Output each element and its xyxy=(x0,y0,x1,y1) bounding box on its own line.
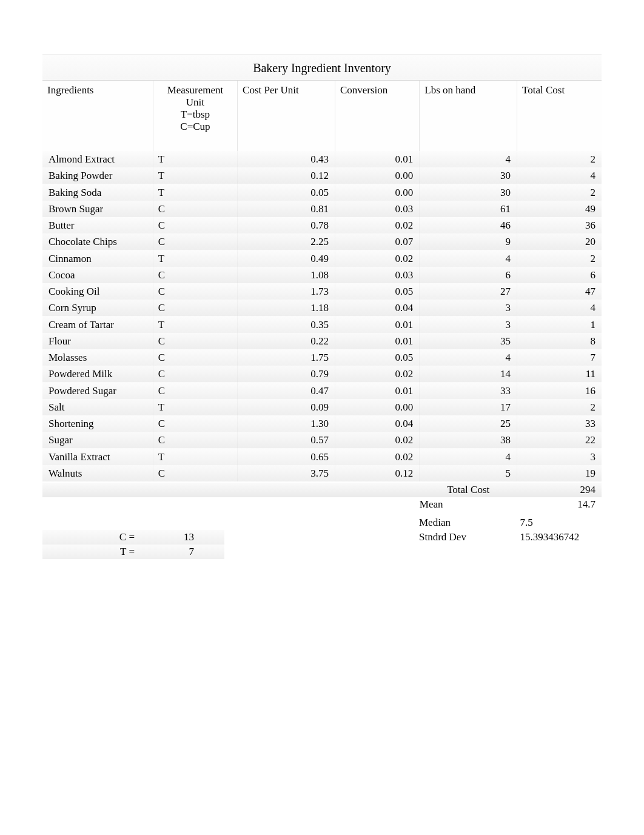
cell-total-cost: 22 xyxy=(517,432,602,448)
cell-total-cost: 4 xyxy=(517,167,602,184)
cell-ingredient: Corn Syrup xyxy=(42,300,153,316)
table-row: Chocolate ChipsC2.250.07920 xyxy=(42,233,602,250)
summary-mean-value: 14.7 xyxy=(517,497,602,512)
cell-unit: T xyxy=(153,449,237,465)
summary-stddev-label: Stndrd Dev xyxy=(413,530,514,545)
table-row: Powdered MilkC0.790.021411 xyxy=(42,366,602,382)
cell-lbs-on-hand: 27 xyxy=(420,283,517,300)
cell-total-cost: 1 xyxy=(517,317,602,333)
table-row: CinnamonT0.490.0242 xyxy=(42,250,602,267)
cell-cost-per-unit: 1.75 xyxy=(238,349,335,366)
cell-unit: C xyxy=(153,432,237,448)
cell-conversion: 0.01 xyxy=(335,383,419,399)
legend-t-value: 7 xyxy=(139,546,212,558)
summary-stddev-value: 15.393436742 xyxy=(514,530,602,545)
table-body: Almond ExtractT0.430.0142Baking PowderT0… xyxy=(42,151,602,481)
cell-cost-per-unit: 0.57 xyxy=(238,432,335,448)
cell-unit: C xyxy=(153,465,237,481)
cell-cost-per-unit: 1.18 xyxy=(238,300,335,316)
cell-total-cost: 3 xyxy=(517,449,602,465)
cell-unit: C xyxy=(153,201,237,217)
cell-ingredient: Baking Powder xyxy=(42,167,153,184)
cell-unit: C xyxy=(153,217,237,233)
summary-total-value: 294 xyxy=(517,483,602,497)
cell-cost-per-unit: 3.75 xyxy=(238,465,335,481)
cell-total-cost: 36 xyxy=(517,217,602,233)
cell-ingredient: Salt xyxy=(42,399,153,415)
cell-unit: C xyxy=(153,366,237,382)
cell-ingredient: Almond Extract xyxy=(42,151,153,167)
cell-ingredient: Powdered Sugar xyxy=(42,383,153,399)
cell-ingredient: Vanilla Extract xyxy=(42,449,153,465)
cell-total-cost: 2 xyxy=(517,151,602,167)
cell-cost-per-unit: 1.08 xyxy=(238,267,335,283)
cell-unit: C xyxy=(153,233,237,250)
table-row: Vanilla ExtractT0.650.0243 xyxy=(42,449,602,465)
header-total-cost: Total Cost xyxy=(517,81,602,151)
cell-lbs-on-hand: 17 xyxy=(420,399,517,415)
header-measurement-l1: Measurement xyxy=(158,84,232,96)
cell-ingredient: Cooking Oil xyxy=(42,283,153,300)
header-measurement-l2: Unit xyxy=(158,96,232,109)
inventory-table: Ingredients Measurement Unit T=tbsp C=Cu… xyxy=(42,81,602,481)
cell-ingredient: Baking Soda xyxy=(42,184,153,201)
cell-total-cost: 7 xyxy=(517,349,602,366)
cell-lbs-on-hand: 4 xyxy=(420,151,517,167)
table-row: Cooking OilC1.730.052747 xyxy=(42,283,602,300)
cell-total-cost: 33 xyxy=(517,415,602,432)
cell-cost-per-unit: 0.79 xyxy=(238,366,335,382)
header-measurement-l3: T=tbsp xyxy=(158,109,232,121)
cell-conversion: 0.02 xyxy=(335,449,419,465)
cell-conversion: 0.01 xyxy=(335,333,419,349)
legend-c-label: C = xyxy=(42,531,139,543)
summary-total-row: Total Cost 294 xyxy=(42,483,602,497)
cell-ingredient: Sugar xyxy=(42,432,153,448)
table-row: ButterC0.780.024636 xyxy=(42,217,602,233)
cell-unit: T xyxy=(153,167,237,184)
summary-median-value: 7.5 xyxy=(514,515,602,530)
cell-unit: C xyxy=(153,300,237,316)
cell-unit: C xyxy=(153,415,237,432)
cell-conversion: 0.02 xyxy=(335,250,419,267)
cell-conversion: 0.00 xyxy=(335,184,419,201)
cell-cost-per-unit: 0.22 xyxy=(238,333,335,349)
cell-lbs-on-hand: 38 xyxy=(420,432,517,448)
cell-lbs-on-hand: 4 xyxy=(420,349,517,366)
page-title: Bakery Ingredient Inventory xyxy=(42,55,602,81)
header-cost-per-unit: Cost Per Unit xyxy=(238,81,335,151)
cell-unit: C xyxy=(153,283,237,300)
legend-c-row: C = 13 xyxy=(42,530,224,545)
legend-t-label: T = xyxy=(42,546,139,558)
table-row: Corn SyrupC1.180.0434 xyxy=(42,300,602,316)
cell-conversion: 0.12 xyxy=(335,465,419,481)
unit-count-legend: C = 13 T = 7 xyxy=(42,515,224,559)
table-row: Powdered SugarC0.470.013316 xyxy=(42,383,602,399)
cell-unit: C xyxy=(153,267,237,283)
table-row: MolassesC1.750.0547 xyxy=(42,349,602,366)
cell-ingredient: Chocolate Chips xyxy=(42,233,153,250)
cell-lbs-on-hand: 14 xyxy=(420,366,517,382)
cell-conversion: 0.03 xyxy=(335,267,419,283)
cell-unit: T xyxy=(153,151,237,167)
table-row: Almond ExtractT0.430.0142 xyxy=(42,151,602,167)
cell-lbs-on-hand: 35 xyxy=(420,333,517,349)
cell-total-cost: 20 xyxy=(517,233,602,250)
cell-unit: T xyxy=(153,317,237,333)
bottom-row: C = 13 T = 7 Median 7.5 Stndrd Dev 15.39… xyxy=(42,515,602,559)
header-lbs-on-hand: Lbs on hand xyxy=(420,81,517,151)
cell-lbs-on-hand: 3 xyxy=(420,300,517,316)
header-conversion: Conversion xyxy=(335,81,419,151)
table-row: FlourC0.220.01358 xyxy=(42,333,602,349)
summary-mean-label: Mean xyxy=(420,497,517,512)
table-row: Baking SodaT0.050.00302 xyxy=(42,184,602,201)
cell-conversion: 0.02 xyxy=(335,366,419,382)
table-row: WalnutsC3.750.12519 xyxy=(42,465,602,481)
cell-cost-per-unit: 0.78 xyxy=(238,217,335,233)
cell-conversion: 0.07 xyxy=(335,233,419,250)
cell-total-cost: 16 xyxy=(517,383,602,399)
table-row: ShorteningC1.300.042533 xyxy=(42,415,602,432)
summary-block: Total Cost 294 Mean 14.7 xyxy=(42,483,602,512)
cell-ingredient: Shortening xyxy=(42,415,153,432)
cell-conversion: 0.00 xyxy=(335,399,419,415)
cell-conversion: 0.00 xyxy=(335,167,419,184)
